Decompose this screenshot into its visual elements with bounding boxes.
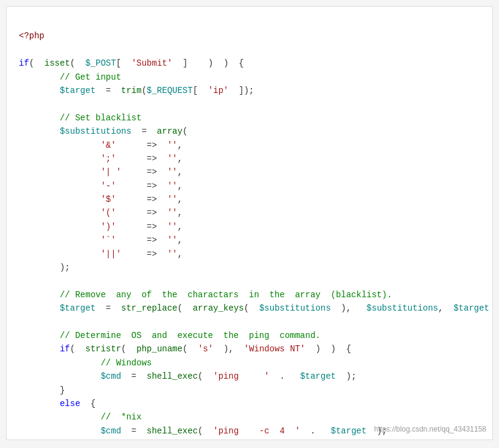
watermark: https://blog.csdn.net/qq_43431158 (374, 425, 486, 433)
code-container: <?php if( isset( $_POST[ 'Submit' ] ) ) … (6, 6, 493, 440)
code-block: <?php if( isset( $_POST[ 'Submit' ] ) ) … (19, 16, 480, 440)
php-open-tag: <?php (19, 31, 44, 41)
